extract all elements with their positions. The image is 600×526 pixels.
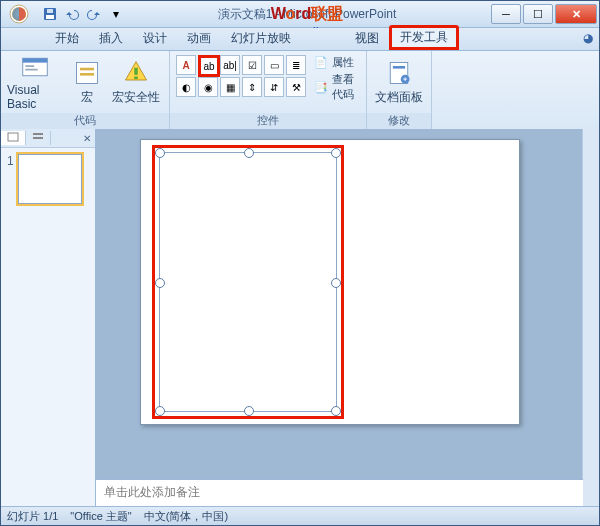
- macro-button[interactable]: 宏: [69, 53, 105, 111]
- code-icon: 📑: [314, 81, 328, 94]
- macro-security-button[interactable]: 宏安全性: [111, 53, 161, 111]
- slide-thumbnail-1[interactable]: [18, 154, 82, 204]
- notes-pane[interactable]: 单击此处添加备注: [96, 479, 583, 507]
- view-code-button[interactable]: 📑查看代码: [314, 72, 360, 102]
- tab-developer[interactable]: 开发工具: [389, 25, 459, 50]
- document-panel-button[interactable]: 文档面板: [373, 53, 425, 111]
- group-code-label: 代码: [1, 113, 169, 129]
- watermark-brand: Word联盟: [271, 4, 344, 25]
- close-button[interactable]: ✕: [555, 4, 597, 24]
- control-list[interactable]: ≣: [286, 55, 306, 75]
- tab-insert[interactable]: 插入: [89, 27, 133, 50]
- resize-handle-tl[interactable]: [155, 148, 165, 158]
- maximize-button[interactable]: ☐: [523, 4, 553, 24]
- window-title: 演示文稿1 - Microsoft PowerPoint Word联盟 www.…: [125, 6, 489, 23]
- resize-handle-l[interactable]: [155, 278, 165, 288]
- slide-editor[interactable]: 单击此处添加备注: [96, 129, 599, 507]
- resize-handle-tr[interactable]: [331, 148, 341, 158]
- tab-view[interactable]: 视图: [345, 27, 389, 50]
- pane-tab-outline[interactable]: [26, 131, 51, 145]
- svg-rect-12: [134, 67, 138, 74]
- control-combo[interactable]: ▭: [264, 55, 284, 75]
- control-spin[interactable]: ⇵: [264, 77, 284, 97]
- svg-rect-18: [33, 133, 43, 135]
- group-controls-label: 控件: [170, 113, 366, 129]
- resize-handle-t[interactable]: [244, 148, 254, 158]
- status-lang: 中文(简体，中国): [144, 509, 228, 524]
- svg-rect-7: [25, 65, 34, 67]
- svg-rect-15: [393, 66, 405, 69]
- resize-handle-b[interactable]: [244, 406, 254, 416]
- help-icon[interactable]: ◕: [583, 31, 593, 45]
- vertical-scrollbar[interactable]: [582, 129, 599, 507]
- redo-icon[interactable]: [85, 5, 103, 23]
- svg-rect-6: [23, 58, 48, 62]
- svg-rect-19: [33, 137, 43, 139]
- svg-rect-13: [134, 76, 138, 79]
- slides-pane: ✕ 1: [1, 129, 96, 507]
- thumb-number: 1: [7, 154, 14, 204]
- resize-handle-r[interactable]: [331, 278, 341, 288]
- status-slide: 幻灯片 1/1: [7, 509, 58, 524]
- control-label-highlighted[interactable]: ab: [198, 55, 220, 77]
- svg-rect-17: [8, 133, 18, 141]
- svg-rect-10: [80, 67, 94, 70]
- control-more[interactable]: ⚒: [286, 77, 306, 97]
- control-option[interactable]: ◉: [198, 77, 218, 97]
- pane-close-icon[interactable]: ✕: [83, 133, 91, 144]
- control-textbox[interactable]: ab|: [220, 55, 240, 75]
- tab-slideshow[interactable]: 幻灯片放映: [221, 27, 301, 50]
- undo-icon[interactable]: [63, 5, 81, 23]
- resize-handle-br[interactable]: [331, 406, 341, 416]
- properties-button[interactable]: 📄属性: [314, 55, 360, 70]
- tab-start[interactable]: 开始: [45, 27, 89, 50]
- minimize-button[interactable]: ─: [491, 4, 521, 24]
- svg-rect-4: [47, 9, 53, 13]
- visual-basic-button[interactable]: Visual Basic: [7, 53, 63, 111]
- status-theme: "Office 主题": [70, 509, 131, 524]
- office-button[interactable]: [1, 1, 37, 27]
- control-checkbox[interactable]: ☑: [242, 55, 262, 75]
- pane-tab-slides[interactable]: [1, 131, 26, 145]
- control-scroll[interactable]: ⇕: [242, 77, 262, 97]
- resize-handle-bl[interactable]: [155, 406, 165, 416]
- selection-highlight: [152, 145, 344, 419]
- control-frame[interactable]: ▦: [220, 77, 240, 97]
- svg-rect-8: [25, 69, 37, 71]
- save-icon[interactable]: [41, 5, 59, 23]
- control-toggle[interactable]: ◐: [176, 77, 196, 97]
- tab-anim[interactable]: 动画: [177, 27, 221, 50]
- control-letter-a[interactable]: A: [176, 55, 196, 75]
- svg-rect-3: [46, 15, 54, 19]
- properties-icon: 📄: [314, 56, 328, 69]
- svg-rect-11: [80, 73, 94, 76]
- selected-object[interactable]: [159, 152, 337, 412]
- notes-placeholder: 单击此处添加备注: [104, 485, 200, 499]
- group-modify-label: 修改: [367, 113, 431, 129]
- qat-dropdown-icon[interactable]: ▾: [107, 5, 125, 23]
- tab-design[interactable]: 设计: [133, 27, 177, 50]
